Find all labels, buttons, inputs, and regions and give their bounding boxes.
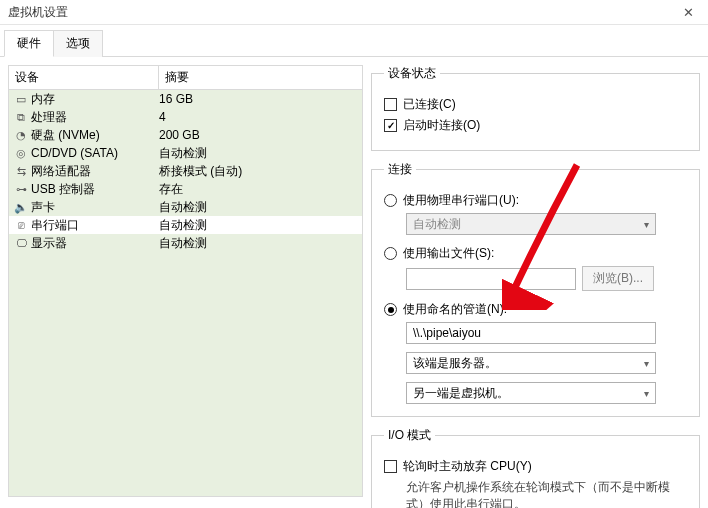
outputfile-input[interactable] — [406, 268, 576, 290]
serial-icon: ⎚ — [13, 218, 29, 232]
optical-icon: ◎ — [13, 146, 29, 160]
disk-icon: ◔ — [13, 128, 29, 142]
device-name: 串行端口 — [29, 217, 159, 234]
yield-cpu-row[interactable]: 轮询时主动放弃 CPU(Y) — [384, 458, 687, 475]
pipe-name-input[interactable] — [406, 322, 656, 344]
io-mode-help: 允许客户机操作系统在轮询模式下（而不是中断模式）使用此串行端口。 — [406, 479, 687, 508]
device-summary: 4 — [159, 110, 358, 124]
device-name: 处理器 — [29, 109, 159, 126]
device-summary: 自动检测 — [159, 145, 358, 162]
usb-icon: ⊶ — [13, 182, 29, 196]
poweron-label: 启动时连接(O) — [403, 117, 480, 134]
io-mode-group: I/O 模式 轮询时主动放弃 CPU(Y) 允许客户机操作系统在轮询模式下（而不… — [371, 427, 700, 508]
physical-radio-row[interactable]: 使用物理串行端口(U): — [384, 192, 687, 209]
device-status-group: 设备状态 已连接(C) 启动时连接(O) — [371, 65, 700, 151]
table-row[interactable]: ⧉处理器4 — [9, 108, 362, 126]
device-name: CD/DVD (SATA) — [29, 146, 159, 160]
device-status-legend: 设备状态 — [384, 65, 440, 82]
device-name: 网络适配器 — [29, 163, 159, 180]
col-device: 设备 — [9, 66, 159, 89]
device-table-header: 设备 摘要 — [9, 66, 362, 90]
device-summary: 存在 — [159, 181, 358, 198]
pipe-input-row — [406, 322, 687, 344]
outputfile-radio[interactable] — [384, 247, 397, 260]
pipe-end2-select[interactable]: 另一端是虚拟机。 ▾ — [406, 382, 656, 404]
table-row[interactable]: ⊶USB 控制器存在 — [9, 180, 362, 198]
yield-cpu-label: 轮询时主动放弃 CPU(Y) — [403, 458, 532, 475]
connected-checkbox[interactable] — [384, 98, 397, 111]
table-row[interactable]: ⎚串行端口自动检测 — [9, 216, 362, 234]
device-summary: 16 GB — [159, 92, 358, 106]
device-summary: 桥接模式 (自动) — [159, 163, 358, 180]
connection-legend: 连接 — [384, 161, 416, 178]
device-name: 硬盘 (NVMe) — [29, 127, 159, 144]
connection-group: 连接 使用物理串行端口(U): 自动检测 ▾ 使用输出文件(S): 浏览(B).… — [371, 161, 700, 417]
device-list-panel: 设备 摘要 ▭内存16 GB⧉处理器4◔硬盘 (NVMe)200 GB◎CD/D… — [8, 65, 363, 497]
device-rows: ▭内存16 GB⧉处理器4◔硬盘 (NVMe)200 GB◎CD/DVD (SA… — [9, 90, 362, 496]
physical-port-select[interactable]: 自动检测 ▾ — [406, 213, 656, 235]
browse-button[interactable]: 浏览(B)... — [582, 266, 654, 291]
device-summary: 200 GB — [159, 128, 358, 142]
device-summary: 自动检测 — [159, 235, 358, 252]
display-icon: 🖵 — [13, 236, 29, 250]
pipe-label: 使用命名的管道(N): — [403, 301, 507, 318]
sound-icon: 🔈 — [13, 200, 29, 214]
physical-label: 使用物理串行端口(U): — [403, 192, 519, 209]
connected-checkbox-row[interactable]: 已连接(C) — [384, 96, 687, 113]
device-summary: 自动检测 — [159, 199, 358, 216]
poweron-checkbox-row[interactable]: 启动时连接(O) — [384, 117, 687, 134]
chevron-down-icon: ▾ — [644, 219, 649, 230]
pipe-end1-select[interactable]: 该端是服务器。 ▾ — [406, 352, 656, 374]
close-icon[interactable]: ✕ — [677, 5, 700, 20]
pipe-radio[interactable] — [384, 303, 397, 316]
device-name: 显示器 — [29, 235, 159, 252]
memory-icon: ▭ — [13, 92, 29, 106]
connected-label: 已连接(C) — [403, 96, 456, 113]
table-row[interactable]: ◎CD/DVD (SATA)自动检测 — [9, 144, 362, 162]
network-icon: ⇆ — [13, 164, 29, 178]
yield-cpu-checkbox[interactable] — [384, 460, 397, 473]
window-title: 虚拟机设置 — [8, 4, 68, 21]
table-row[interactable]: 🖵显示器自动检测 — [9, 234, 362, 252]
titlebar: 虚拟机设置 ✕ — [0, 0, 708, 25]
io-mode-legend: I/O 模式 — [384, 427, 435, 444]
outputfile-radio-row[interactable]: 使用输出文件(S): — [384, 245, 687, 262]
tab-bar: 硬件 选项 — [0, 25, 708, 57]
chevron-down-icon: ▾ — [644, 388, 649, 399]
device-name: 声卡 — [29, 199, 159, 216]
pipe-radio-row[interactable]: 使用命名的管道(N): — [384, 301, 687, 318]
table-row[interactable]: 🔈声卡自动检测 — [9, 198, 362, 216]
table-row[interactable]: ⇆网络适配器桥接模式 (自动) — [9, 162, 362, 180]
settings-panel: 设备状态 已连接(C) 启动时连接(O) 连接 使用物理串行端口(U): 自动检… — [371, 65, 700, 497]
tab-hardware[interactable]: 硬件 — [4, 30, 54, 57]
chevron-down-icon: ▾ — [644, 358, 649, 369]
device-name: USB 控制器 — [29, 181, 159, 198]
physical-radio[interactable] — [384, 194, 397, 207]
outputfile-input-row: 浏览(B)... — [406, 266, 687, 291]
device-name: 内存 — [29, 91, 159, 108]
tab-options[interactable]: 选项 — [53, 30, 103, 57]
col-summary: 摘要 — [159, 66, 362, 89]
cpu-icon: ⧉ — [13, 110, 29, 124]
outputfile-label: 使用输出文件(S): — [403, 245, 494, 262]
table-row[interactable]: ◔硬盘 (NVMe)200 GB — [9, 126, 362, 144]
content: 设备 摘要 ▭内存16 GB⧉处理器4◔硬盘 (NVMe)200 GB◎CD/D… — [0, 57, 708, 505]
poweron-checkbox[interactable] — [384, 119, 397, 132]
table-row[interactable]: ▭内存16 GB — [9, 90, 362, 108]
device-summary: 自动检测 — [159, 217, 358, 234]
